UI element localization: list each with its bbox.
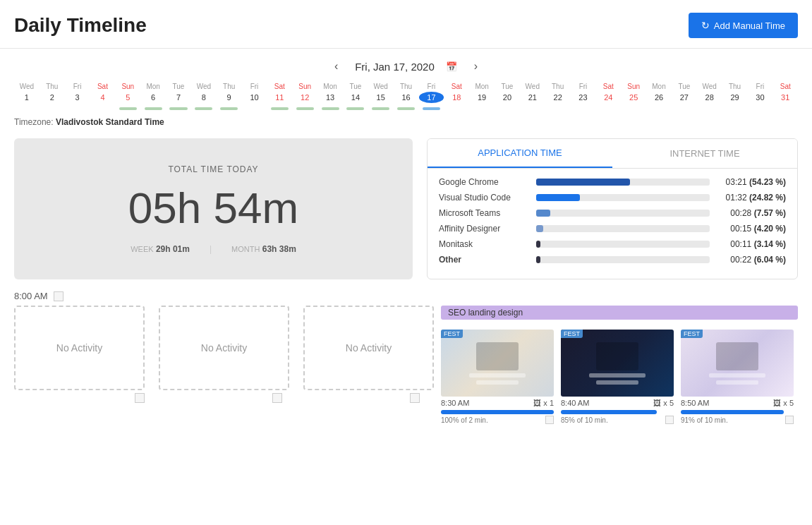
total-time-value: 05h 54m — [128, 183, 298, 233]
cal-day-num[interactable]: 8 — [191, 92, 217, 103]
calendar-icon[interactable]: 📅 — [446, 61, 457, 72]
tab-internet-time[interactable]: INTERNET TIME — [612, 139, 797, 168]
cal-day-label: Fri — [571, 81, 596, 92]
cal-day-label: Sat — [444, 81, 469, 92]
screenshot-card[interactable]: FEST8:40 AM🖼 x 585% of 10 min. — [561, 330, 674, 424]
cal-day-num[interactable]: 7 — [166, 92, 191, 103]
progress-text: 100% of 2 min. — [441, 416, 554, 424]
screenshot-row: No Activity No Activity No Activity SEO … — [0, 306, 812, 424]
activity-bar-cell — [394, 106, 419, 111]
app-name: Google Chrome — [439, 177, 531, 187]
activity-bar-cell — [571, 106, 596, 111]
cal-day-num[interactable]: 18 — [444, 92, 469, 103]
cal-day-num[interactable]: 23 — [571, 92, 596, 103]
cal-day-num[interactable]: 17 — [419, 92, 444, 103]
cal-day-label: Fri — [242, 81, 267, 92]
cal-day-num[interactable]: 26 — [646, 92, 672, 103]
cal-day-num[interactable]: 30 — [747, 92, 772, 103]
cal-day-num[interactable]: 16 — [394, 92, 419, 103]
cal-day-num[interactable]: 21 — [520, 92, 545, 103]
cal-day-num[interactable]: 2 — [40, 92, 65, 103]
screenshot-card[interactable]: FEST8:50 AM🖼 x 591% of 10 min. — [681, 330, 794, 424]
screenshot-card[interactable]: FEST8:30 AM🖼 x 1100% of 2 min. — [441, 330, 554, 424]
cal-day-label: Tue — [166, 81, 191, 92]
cal-day-label: Fri — [65, 81, 90, 92]
app-name: Microsoft Teams — [439, 208, 531, 218]
cal-day-num[interactable]: 14 — [343, 92, 368, 103]
activity-bar-cell — [697, 106, 722, 111]
cal-day-num[interactable]: 4 — [90, 92, 116, 103]
no-act-check-3[interactable] — [410, 393, 420, 403]
cal-day-label: Sat — [772, 81, 798, 92]
cal-day-num[interactable]: 6 — [140, 92, 166, 103]
cal-day-num[interactable]: 31 — [772, 92, 798, 103]
cal-day-num[interactable]: 3 — [65, 92, 90, 103]
cal-day-num[interactable]: 20 — [495, 92, 520, 103]
app-bar-track — [536, 179, 710, 186]
clock-icon: ↻ — [701, 20, 710, 31]
activity-bar-cell — [90, 106, 116, 111]
cal-day-label: Wed — [697, 81, 722, 92]
progress-label: 100% of 2 min. — [441, 416, 488, 424]
progress-label: 91% of 10 min. — [681, 416, 728, 424]
progress-checkbox[interactable] — [545, 416, 554, 424]
calendar-strip: WedThuFriSatSunMonTueWedThuFriSatSunMonT… — [0, 81, 812, 111]
progress-bar — [561, 410, 657, 414]
cal-day-num[interactable]: 27 — [672, 92, 697, 103]
progress-bar-wrap: 100% of 2 min. — [441, 410, 554, 424]
cal-day-num[interactable]: 10 — [242, 92, 267, 103]
progress-checkbox[interactable] — [665, 416, 674, 424]
progress-checkbox[interactable] — [785, 416, 794, 424]
cal-day-label: Thu — [722, 81, 748, 92]
app-bar-fill — [536, 225, 543, 232]
cal-day-label: Wed — [191, 81, 217, 92]
cal-day-label: Thu — [40, 81, 65, 92]
cal-day-num[interactable]: 28 — [697, 92, 722, 103]
cal-day-num[interactable]: 29 — [722, 92, 748, 103]
cal-day-num[interactable]: 22 — [545, 92, 571, 103]
cal-day-num[interactable]: 5 — [115, 92, 140, 103]
cal-day-label: Mon — [317, 81, 343, 92]
card-footer: 8:30 AM🖼 x 1 — [441, 399, 554, 407]
cal-day-label: Sun — [621, 81, 646, 92]
activity-bar-cell — [40, 106, 65, 111]
month-label: MONTH — [231, 245, 260, 253]
card-footer: 8:50 AM🖼 x 5 — [681, 399, 794, 407]
no-act-check-1[interactable] — [135, 393, 145, 403]
app-time: 00:28 (7.57 %) — [715, 208, 786, 218]
progress-label: 85% of 10 min. — [561, 416, 608, 424]
card-time: 8:50 AM — [681, 399, 709, 407]
cal-day-num[interactable]: 15 — [368, 92, 394, 103]
cal-day-label: Wed — [520, 81, 545, 92]
activity-bar-cell — [115, 106, 140, 111]
cal-day-num[interactable]: 11 — [267, 92, 292, 103]
no-act-check-2[interactable] — [272, 393, 282, 403]
activity-bar-cell — [772, 106, 798, 111]
activity-bar-cell — [545, 106, 571, 111]
tab-application-time[interactable]: APPLICATION TIME — [428, 139, 612, 168]
add-manual-time-button[interactable]: ↻ Add Manual Time — [689, 13, 798, 38]
time-tabs: APPLICATION TIME INTERNET TIME — [428, 139, 797, 169]
next-date-button[interactable]: › — [468, 57, 483, 76]
time-checkbox[interactable] — [54, 291, 63, 301]
screenshot-image: FEST — [441, 330, 554, 397]
activity-bar-cell — [166, 106, 191, 111]
cal-day-num[interactable]: 19 — [469, 92, 495, 103]
cal-day-num[interactable]: 25 — [621, 92, 646, 103]
app-name: Visual Studio Code — [439, 193, 531, 203]
prev-date-button[interactable]: ‹ — [329, 57, 344, 76]
activity-bar-cell — [469, 106, 495, 111]
cal-day-num[interactable]: 12 — [292, 92, 317, 103]
activity-bar-cell — [368, 106, 394, 111]
progress-bar — [681, 410, 784, 414]
cal-day-num[interactable]: 24 — [595, 92, 621, 103]
cal-day-label: Thu — [217, 81, 242, 92]
cal-day-num[interactable]: 13 — [317, 92, 343, 103]
cal-day-label: Sat — [267, 81, 292, 92]
fest-badge: FEST — [441, 330, 463, 338]
time-panel: APPLICATION TIME INTERNET TIME Google Ch… — [427, 138, 798, 279]
cal-day-num[interactable]: 1 — [14, 92, 40, 103]
app-time: 00:15 (4.20 %) — [715, 224, 786, 234]
cal-day-num[interactable]: 9 — [217, 92, 242, 103]
time-marker-8am: 8:00 AM — [14, 291, 798, 301]
